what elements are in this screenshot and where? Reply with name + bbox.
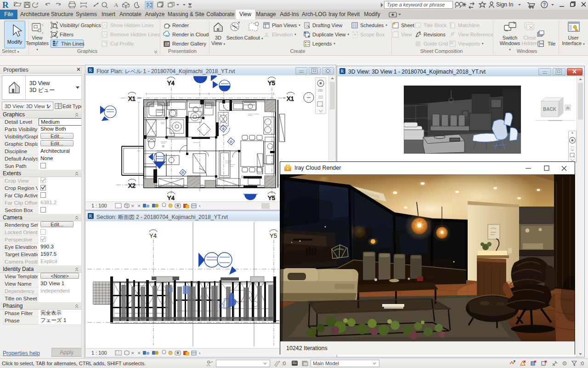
svg-text:✕: ✕ [131,351,135,356]
svg-text:R: R [89,68,92,73]
svg-text:Y5: Y5 [268,195,275,200]
svg-text:✕: ✕ [131,204,135,208]
svg-text:Y4: Y4 [167,195,175,200]
svg-text:Y4: Y4 [149,232,157,239]
svg-text:Y4: Y4 [167,80,175,86]
svg-text:‹: ‹ [199,351,200,356]
svg-text:X1: X1 [128,95,136,102]
svg-text:BACK: BACK [543,107,557,112]
svg-text:2D: 2D [318,88,322,92]
svg-text:✕: ✕ [137,204,141,208]
svg-text:X1: X1 [287,95,294,102]
svg-text:A: A [419,32,421,35]
svg-text:R: R [2,0,9,10]
svg-text:A: A [114,1,119,8]
svg-text:Sign In: Sign In [496,1,513,8]
svg-text:✕: ✕ [137,351,141,356]
svg-text:15: 15 [162,145,164,148]
svg-text:R: R [89,213,92,218]
svg-text:R: R [341,69,344,74]
svg-text:Y5: Y5 [270,232,277,239]
svg-text:?: ? [543,2,546,7]
svg-text:X2: X2 [128,182,136,189]
svg-text:Y5: Y5 [268,80,275,86]
svg-text:‹: ‹ [199,203,200,208]
